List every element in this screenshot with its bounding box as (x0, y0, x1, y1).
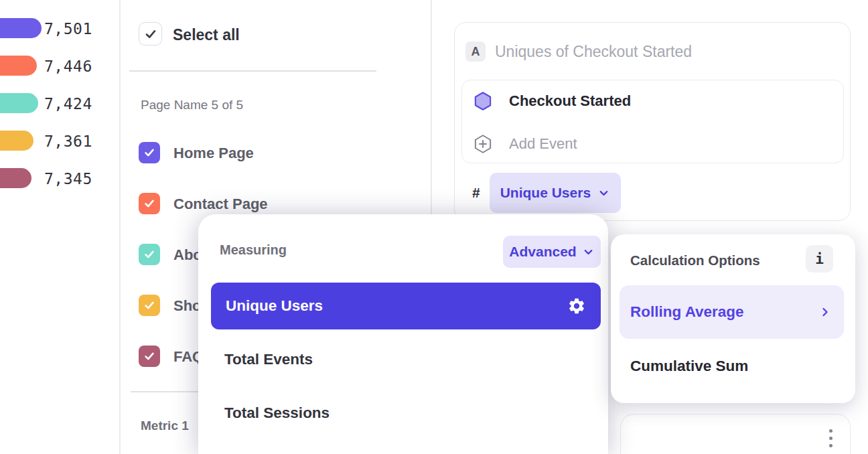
measuring-mode-dropdown[interactable]: Advanced (503, 236, 601, 268)
menu-option-label: Unique Users (226, 297, 323, 315)
measurement-value: Unique Users (500, 185, 591, 201)
legend-swatch (0, 56, 37, 76)
add-event-label: Add Event (509, 135, 577, 153)
group-by-label: Page Name 5 of 5 (141, 98, 243, 112)
measurement-prefix: # (472, 185, 480, 201)
calculation-options-menu: Calculation Options i Rolling Average Cu… (611, 234, 855, 403)
measurement-dropdown[interactable]: Unique Users (490, 173, 621, 213)
checkmark-icon (143, 299, 156, 312)
info-icon[interactable]: i (806, 245, 833, 273)
event-list-card: Checkout Started Add Event (461, 80, 844, 163)
legend-swatch (0, 131, 33, 151)
menu-option-cumulative-sum[interactable]: Cumulative Sum (630, 358, 748, 375)
legend-value: 7,361 (44, 131, 92, 151)
select-all-label[interactable]: Select all (173, 26, 240, 44)
event-row-checkout-started[interactable]: Checkout Started (473, 90, 631, 112)
series-item-contact-page[interactable]: Contact Page (139, 193, 420, 214)
chevron-down-icon (597, 187, 610, 200)
calculation-options-title: Calculation Options (630, 252, 760, 269)
checkmark-icon (143, 197, 156, 210)
legend-value: 7,446 (44, 56, 92, 76)
series-label: Contact Page (173, 194, 268, 214)
kebab-menu-icon[interactable] (828, 428, 834, 449)
legend-value: 7,345 (44, 169, 92, 189)
menu-option-unique-users[interactable]: Unique Users (211, 283, 601, 329)
series-label: Home Page (173, 143, 254, 163)
metric-footer-label: Metric 1 (141, 419, 189, 433)
measuring-mode-label: Advanced (509, 244, 576, 260)
checkmark-icon (143, 248, 156, 261)
event-name: Checkout Started (509, 92, 631, 110)
series-checkbox[interactable] (139, 142, 160, 163)
hexagon-icon (473, 91, 493, 111)
measurement-line: # Unique Users (472, 173, 621, 213)
menu-option-total-sessions[interactable]: Total Sessions (224, 404, 330, 422)
select-all-checkbox[interactable] (139, 22, 162, 46)
analytics-app: 7,501 7,446 7,424 7,361 7,345 Select all… (0, 0, 868, 454)
legend-swatch (0, 168, 31, 188)
menu-option-rolling-average[interactable]: Rolling Average (620, 285, 844, 339)
series-checkbox[interactable] (139, 346, 160, 367)
series-checkbox[interactable] (139, 295, 160, 316)
chevron-down-icon (582, 246, 595, 258)
series-item-home-page[interactable]: Home Page (139, 142, 420, 163)
divider (129, 70, 376, 72)
checkmark-icon (143, 350, 156, 363)
series-checkbox[interactable] (139, 244, 160, 265)
measuring-menu-title: Measuring (220, 242, 287, 258)
add-event-button[interactable]: Add Event (473, 133, 577, 155)
legend-value: 7,501 (44, 19, 92, 39)
series-checkbox[interactable] (139, 193, 160, 214)
legend-swatch (0, 93, 38, 113)
legend-swatch (0, 18, 42, 38)
chevron-right-icon (818, 305, 832, 319)
menu-option-total-events[interactable]: Total Events (224, 351, 313, 368)
hexagon-plus-icon (473, 134, 493, 154)
gear-icon[interactable] (567, 297, 586, 315)
metric-title-input[interactable]: Uniques of Checkout Started (495, 43, 692, 61)
menu-option-label: Rolling Average (630, 303, 744, 321)
legend-value: 7,424 (44, 94, 92, 114)
metric-query-card: A Uniques of Checkout Started Checkout S… (454, 22, 851, 221)
metric-card-next (620, 414, 851, 454)
checkmark-icon (143, 27, 158, 42)
checkmark-icon (143, 146, 156, 159)
measuring-menu: Measuring Advanced Unique Users Total Ev… (198, 214, 608, 454)
legend-panel-divider (119, 0, 121, 454)
metric-row-badge: A (465, 42, 486, 62)
